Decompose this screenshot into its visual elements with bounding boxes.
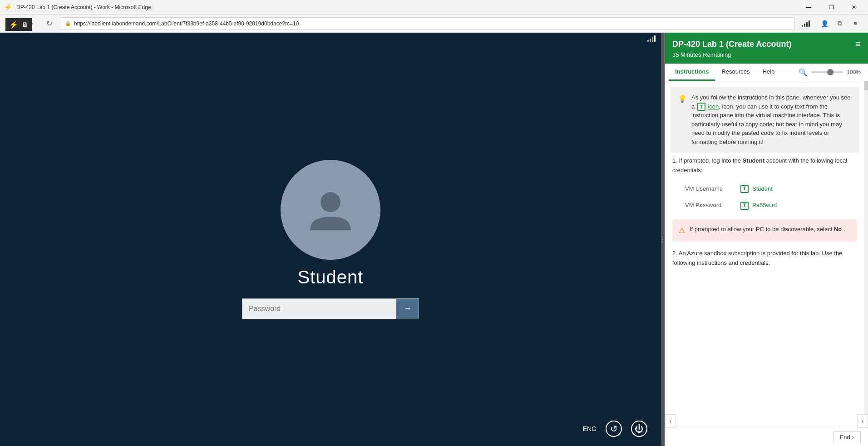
- close-button[interactable]: ✕: [843, 0, 864, 15]
- lightbulb-icon: 💡: [678, 94, 687, 104]
- credential-value-password: T Pa55w.rd: [740, 201, 852, 210]
- tab-search-area: 🔍 100%: [795, 66, 864, 79]
- instruction-step-2: 2. An Azure sandbox subscription is prov…: [672, 249, 857, 268]
- panel-menu-icon[interactable]: ≡: [855, 39, 861, 50]
- credential-label-password: VM Password: [680, 197, 734, 214]
- warning-bold: No: [834, 226, 842, 233]
- lock-icon: 🔒: [65, 20, 71, 26]
- window-controls: — ❐ ✕: [798, 0, 864, 15]
- signal-bars: [802, 20, 810, 27]
- scroll-right-arrow[interactable]: ›: [857, 414, 868, 428]
- panel-header: DP-420 Lab 1 (Create Account) ≡ 35 Minut…: [665, 33, 868, 64]
- instructions-content: 1. If prompted, log into the Student acc…: [665, 156, 868, 282]
- credentials-table: VM Username T Student VM Password: [680, 181, 857, 214]
- panel-tabs: Instructions Resources Help 🔍 100%: [665, 64, 868, 81]
- language-label: ENG: [583, 425, 597, 432]
- tab-resources[interactable]: Resources: [715, 64, 756, 81]
- panel-title-row: DP-420 Lab 1 (Create Account) ≡: [672, 39, 861, 50]
- warning-text: If prompted to allow your PC to be disco…: [690, 225, 845, 234]
- avatar-svg: [306, 185, 355, 235]
- login-container: Student →: [242, 160, 419, 319]
- zoom-slider[interactable]: [811, 71, 843, 73]
- scroll-left-arrow[interactable]: ‹: [665, 414, 676, 428]
- zoom-track[interactable]: [811, 71, 843, 73]
- password-row: →: [242, 298, 419, 319]
- step1-bold: Student: [743, 157, 764, 164]
- panel-body[interactable]: 💡 As you follow the instructions in this…: [665, 81, 868, 428]
- t-icon-link[interactable]: icon: [708, 103, 719, 110]
- password-submit-button[interactable]: →: [396, 298, 419, 319]
- vm-display-icon: 🖥: [22, 21, 28, 28]
- vm-signal: [647, 35, 656, 42]
- account-icon[interactable]: 👤: [817, 16, 832, 31]
- t-icon-username[interactable]: T: [740, 185, 749, 193]
- info-banner-text: As you follow the instructions in this p…: [691, 93, 852, 146]
- refresh-icon[interactable]: ↻: [42, 16, 56, 31]
- warning-box: ⚠ If prompted to allow your PC to be dis…: [672, 219, 857, 242]
- panel-title: DP-420 Lab 1 (Create Account): [672, 40, 791, 49]
- password-input[interactable]: [242, 298, 396, 319]
- right-panel: DP-420 Lab 1 (Create Account) ≡ 35 Minut…: [665, 33, 868, 446]
- warning-icon: ⚠: [679, 225, 685, 236]
- browser-title: ⚡ DP-420 Lab 1 (Create Account) - Work -…: [4, 3, 151, 11]
- user-avatar: [281, 160, 380, 260]
- login-username: Student: [298, 267, 364, 287]
- address-bar[interactable]: 🔒 https://labclient.labondemand.com/LabC…: [60, 17, 794, 30]
- step2-number: 2.: [672, 250, 679, 257]
- credential-label-username: VM Username: [680, 181, 734, 198]
- end-button[interactable]: End ›: [833, 431, 861, 443]
- power-button[interactable]: ⏻: [631, 421, 647, 437]
- refresh-session-button[interactable]: ↺: [606, 421, 622, 437]
- zoom-level-label: 100%: [847, 69, 861, 75]
- browser-addressbar: ← → ↻ 🔒 https://labclient.labondemand.co…: [0, 15, 868, 33]
- vm-flash-icon: ⚡: [9, 20, 18, 29]
- credential-row-password: VM Password T Pa55w.rd: [680, 197, 857, 214]
- vm-bottom-controls: ENG ↺ ⏻: [583, 421, 647, 437]
- step1-number: 1.: [672, 157, 679, 164]
- vm-area: Student → ENG ↺ ⏻: [0, 33, 661, 446]
- panel-scrollbar[interactable]: [864, 81, 868, 428]
- minimize-button[interactable]: —: [798, 0, 819, 15]
- resize-handle[interactable]: ⋮: [661, 33, 665, 446]
- svg-point-0: [321, 192, 340, 212]
- instruction-step-1: 1. If prompted, log into the Student acc…: [672, 156, 857, 242]
- t-icon-inline: T: [697, 103, 705, 111]
- search-icon[interactable]: 🔍: [799, 68, 808, 77]
- tab-instructions[interactable]: Instructions: [669, 64, 715, 81]
- credential-row-username: VM Username T Student: [680, 181, 857, 198]
- maximize-button[interactable]: ❐: [821, 0, 842, 15]
- settings-icon[interactable]: ≡: [848, 16, 863, 31]
- t-icon-password[interactable]: T: [740, 202, 749, 210]
- browser-titlebar: ⚡ DP-420 Lab 1 (Create Account) - Work -…: [0, 0, 868, 15]
- end-arrow-icon: ›: [852, 434, 854, 441]
- zoom-thumb[interactable]: [827, 69, 833, 75]
- tab-help[interactable]: Help: [756, 64, 781, 81]
- browser-toolbar-right: — ❐ ✕: [798, 0, 864, 15]
- collections-icon[interactable]: ⧉: [833, 16, 847, 31]
- credential-value-username: T Student: [740, 184, 852, 194]
- scroll-thumb-top[interactable]: [864, 81, 868, 90]
- panel-subtitle: 35 Minutes Remaining: [672, 51, 861, 58]
- browser-title-text: DP-420 Lab 1 (Create Account) - Work - M…: [16, 4, 151, 10]
- panel-footer: End ›: [665, 428, 868, 446]
- info-banner: 💡 As you follow the instructions in this…: [671, 87, 859, 153]
- main-content: Student → ENG ↺ ⏻ ⋮ DP-420 Lab 1 (Create…: [0, 33, 868, 446]
- address-text: https://labclient.labondemand.com/LabCli…: [74, 20, 299, 27]
